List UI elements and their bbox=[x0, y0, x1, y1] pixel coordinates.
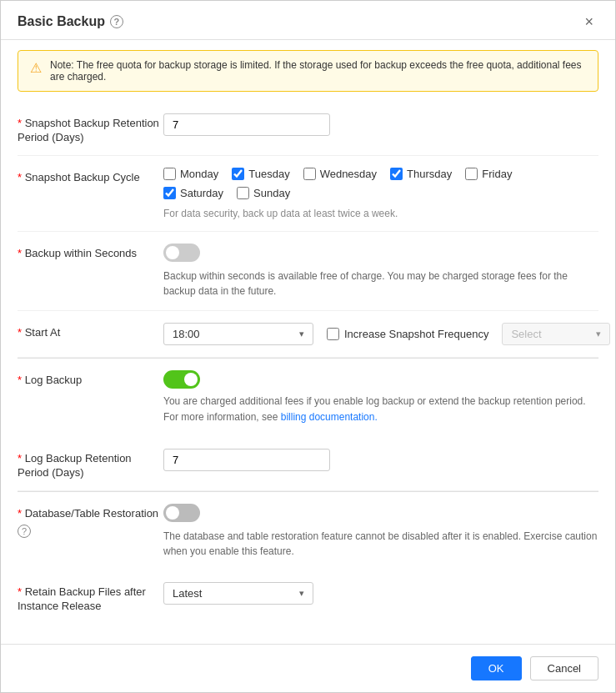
db-restoration-help-icon[interactable]: ? bbox=[18, 525, 31, 538]
checkbox-thursday-input[interactable] bbox=[390, 168, 403, 180]
tuesday-label: Tuesday bbox=[248, 168, 289, 180]
checkbox-saturday-input[interactable] bbox=[163, 187, 176, 199]
checkbox-thursday[interactable]: Thursday bbox=[390, 168, 452, 180]
retain-backup-label: Retain Backup Files after Instance Relea… bbox=[18, 582, 163, 612]
snapshot-retention-label-text: Snapshot Backup Retention bbox=[18, 117, 159, 129]
log-retention-input[interactable] bbox=[163, 449, 330, 471]
snapshot-cycle-row: Snapshot Backup Cycle Monday Tuesday Wed… bbox=[18, 156, 598, 232]
retain-backup-sub: Instance Release bbox=[18, 600, 163, 612]
toggle-slider bbox=[163, 244, 200, 262]
log-retention-label: Log Backup Retention Period (Days) bbox=[18, 449, 163, 479]
start-at-row: Start At 18:00 ▾ Increase Snapshot Frequ… bbox=[18, 311, 598, 358]
backup-seconds-row: Backup within Seconds Backup within seco… bbox=[18, 232, 598, 311]
notice-text: Note: The free quota for backup storage … bbox=[50, 59, 586, 83]
start-at-inner-row: 18:00 ▾ Increase Snapshot Frequency Sele… bbox=[163, 323, 610, 345]
help-icon[interactable]: ? bbox=[110, 15, 123, 28]
db-restoration-label-text: Database/Table Restoration bbox=[18, 507, 163, 520]
chevron-down-icon-3: ▾ bbox=[299, 588, 304, 599]
backup-seconds-toggle[interactable] bbox=[163, 244, 200, 262]
log-backup-label: Log Backup bbox=[18, 370, 163, 386]
log-backup-row: Log Backup You are charged additional fe… bbox=[18, 359, 598, 437]
checkbox-monday[interactable]: Monday bbox=[163, 168, 218, 180]
checkbox-wednesday[interactable]: Wednesday bbox=[303, 168, 377, 180]
log-backup-desc1: You are charged additional fees if you e… bbox=[163, 395, 586, 407]
chevron-down-icon-2: ▾ bbox=[596, 329, 601, 339]
snapshot-retention-row: Snapshot Backup Retention Period (Days) bbox=[18, 102, 598, 156]
log-retention-row: Log Backup Retention Period (Days) bbox=[18, 437, 598, 491]
checkbox-saturday[interactable]: Saturday bbox=[163, 187, 223, 199]
log-backup-control: You are charged additional fees if you e… bbox=[163, 370, 598, 425]
checkbox-wednesday-input[interactable] bbox=[303, 168, 316, 180]
ok-button[interactable]: OK bbox=[471, 656, 522, 680]
start-at-value: 18:00 bbox=[173, 328, 200, 340]
frequency-placeholder: Select bbox=[511, 328, 541, 340]
retain-backup-control: Latest ▾ bbox=[163, 582, 598, 605]
backup-seconds-desc: Backup within seconds is available free … bbox=[163, 269, 598, 299]
db-restoration-control: The database and table restoration featu… bbox=[163, 504, 598, 559]
db-restoration-desc: The database and table restoration featu… bbox=[163, 529, 598, 559]
days-checkbox-group: Monday Tuesday Wednesday Thursday bbox=[163, 168, 598, 206]
sunday-label: Sunday bbox=[253, 187, 290, 199]
backup-seconds-control: Backup within seconds is available free … bbox=[163, 244, 598, 299]
db-restoration-toggle[interactable] bbox=[163, 504, 200, 522]
monday-label: Monday bbox=[180, 168, 218, 180]
db-restoration-label: Database/Table Restoration ? bbox=[18, 504, 163, 538]
start-at-control: 18:00 ▾ Increase Snapshot Frequency Sele… bbox=[163, 323, 610, 345]
checkbox-sunday-input[interactable] bbox=[237, 187, 249, 199]
dialog-header: Basic Backup ? × bbox=[1, 1, 615, 40]
log-backup-desc: You are charged additional fees if you e… bbox=[163, 394, 598, 425]
snapshot-retention-input[interactable] bbox=[163, 113, 330, 136]
thursday-label: Thursday bbox=[407, 168, 452, 180]
start-at-label: Start At bbox=[18, 323, 163, 339]
checkbox-monday-input[interactable] bbox=[163, 168, 176, 180]
cycle-hint: For data security, back up data at least… bbox=[163, 208, 598, 219]
saturday-label: Saturday bbox=[180, 187, 223, 199]
checkbox-tuesday-input[interactable] bbox=[232, 168, 244, 180]
warning-icon: ⚠ bbox=[30, 60, 42, 76]
checkbox-friday[interactable]: Friday bbox=[465, 168, 512, 180]
increase-snapshot-checkbox[interactable] bbox=[327, 328, 339, 340]
log-backup-toggle[interactable] bbox=[163, 370, 200, 389]
log-backup-desc2: For more information, see bbox=[163, 411, 281, 423]
increase-snapshot-label[interactable]: Increase Snapshot Frequency bbox=[327, 328, 488, 340]
retain-backup-label-text: Retain Backup Files after bbox=[18, 585, 146, 598]
snapshot-retention-sub: Period (Days) bbox=[18, 131, 163, 143]
db-restoration-row: Database/Table Restoration ? The databas… bbox=[18, 492, 598, 570]
log-backup-slider bbox=[163, 370, 200, 389]
close-button[interactable]: × bbox=[579, 13, 598, 31]
dialog-title: Basic Backup ? bbox=[18, 14, 123, 29]
backup-seconds-label: Backup within Seconds bbox=[18, 244, 163, 259]
log-retention-control bbox=[163, 449, 598, 471]
frequency-select[interactable]: Select ▾ bbox=[502, 323, 610, 345]
retain-backup-select[interactable]: Latest ▾ bbox=[163, 582, 313, 605]
db-restoration-slider bbox=[163, 504, 200, 522]
billing-documentation-link[interactable]: billing documentation. bbox=[281, 411, 378, 423]
form-body: Snapshot Backup Retention Period (Days) … bbox=[1, 102, 615, 644]
log-retention-label-text: Log Backup Retention bbox=[18, 452, 132, 465]
snapshot-cycle-label: Snapshot Backup Cycle bbox=[18, 168, 163, 183]
checkbox-friday-input[interactable] bbox=[465, 168, 478, 180]
snapshot-retention-control bbox=[163, 113, 598, 136]
increase-snapshot-text: Increase Snapshot Frequency bbox=[344, 328, 488, 340]
chevron-down-icon: ▾ bbox=[299, 329, 304, 339]
backup-seconds-label-text: Backup within Seconds bbox=[18, 247, 137, 259]
snapshot-retention-label: Snapshot Backup Retention Period (Days) bbox=[18, 113, 163, 143]
title-text: Basic Backup bbox=[18, 14, 105, 29]
snapshot-cycle-control: Monday Tuesday Wednesday Thursday bbox=[163, 168, 598, 219]
cancel-button[interactable]: Cancel bbox=[530, 656, 598, 680]
wednesday-label: Wednesday bbox=[320, 168, 377, 180]
retain-backup-row: Retain Backup Files after Instance Relea… bbox=[18, 570, 598, 624]
snapshot-cycle-label-text: Snapshot Backup Cycle bbox=[18, 171, 140, 183]
friday-label: Friday bbox=[482, 168, 512, 180]
log-retention-sub: Period (Days) bbox=[18, 466, 163, 479]
basic-backup-dialog: Basic Backup ? × ⚠ Note: The free quota … bbox=[0, 0, 616, 693]
checkbox-tuesday[interactable]: Tuesday bbox=[232, 168, 289, 180]
dialog-footer: OK Cancel bbox=[1, 644, 615, 692]
start-at-label-text: Start At bbox=[18, 326, 60, 339]
log-backup-label-text: Log Backup bbox=[18, 374, 82, 386]
start-at-select[interactable]: 18:00 ▾ bbox=[163, 323, 313, 345]
retain-backup-value: Latest bbox=[173, 587, 202, 600]
notice-bar: ⚠ Note: The free quota for backup storag… bbox=[18, 50, 598, 92]
checkbox-sunday[interactable]: Sunday bbox=[237, 187, 290, 199]
